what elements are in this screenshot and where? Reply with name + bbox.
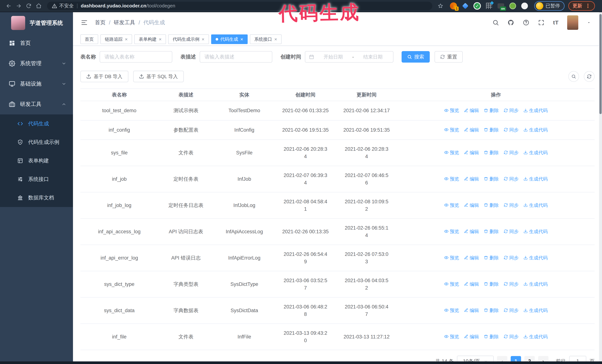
search-icon[interactable] <box>492 19 499 26</box>
row-action-link[interactable]: 编辑 <box>464 228 479 235</box>
row-action-link[interactable]: 预览 <box>444 175 459 183</box>
sidebar-subitem-1[interactable]: 代码生成示例 <box>0 133 73 151</box>
refresh-table-button[interactable] <box>584 71 595 82</box>
update-button[interactable]: 更新 ⋮ <box>568 1 595 11</box>
row-action-link[interactable]: 编辑 <box>464 280 479 288</box>
tab-1[interactable]: 链路追踪× <box>100 34 132 44</box>
forward-button[interactable] <box>14 2 23 10</box>
row-action-link[interactable]: 删除 <box>484 254 499 261</box>
date-range-picker[interactable]: 开始日期 - 结束日期 <box>305 51 393 62</box>
row-action-link[interactable]: 编辑 <box>464 333 479 340</box>
generate-code-link[interactable]: 生成代码 <box>524 254 548 261</box>
row-action-link[interactable]: 同步 <box>504 307 519 314</box>
row-action-link[interactable]: 预览 <box>444 201 459 209</box>
font-size-icon[interactable]: tT <box>553 20 559 26</box>
table-desc-input[interactable] <box>200 51 272 62</box>
row-action-link[interactable]: 预览 <box>444 254 459 261</box>
overflow-menu-icon[interactable]: ⋮ <box>585 3 591 9</box>
row-action-link[interactable]: 同步 <box>504 228 519 235</box>
sidebar-item-0[interactable]: 首页 <box>0 33 73 53</box>
row-action-link[interactable]: 编辑 <box>464 201 479 209</box>
row-action-link[interactable]: 编辑 <box>464 175 479 183</box>
generate-code-link[interactable]: 生成代码 <box>524 228 548 235</box>
row-action-link[interactable]: 编辑 <box>464 149 479 156</box>
extension-puzzle-icon[interactable] <box>520 2 529 10</box>
generate-code-link[interactable]: 生成代码 <box>524 307 548 314</box>
generate-code-link[interactable]: 生成代码 <box>524 107 548 114</box>
close-icon[interactable]: × <box>159 37 161 42</box>
row-action-link[interactable]: 同步 <box>504 175 519 183</box>
extension-check-icon[interactable] <box>473 2 481 10</box>
generate-code-link[interactable]: 生成代码 <box>524 201 548 209</box>
row-action-link[interactable]: 同步 <box>504 280 519 288</box>
tab-3[interactable]: 代码生成示例× <box>168 34 209 44</box>
row-action-link[interactable]: 删除 <box>484 175 499 183</box>
row-action-link[interactable]: 删除 <box>484 228 499 235</box>
row-action-link[interactable]: 同步 <box>504 149 519 156</box>
tab-0[interactable]: 首页 <box>80 34 98 44</box>
generate-code-link[interactable]: 生成代码 <box>524 280 548 288</box>
address-bar[interactable]: 不安全 dashboard.yudao.iocoder.cn/tool/code… <box>47 2 432 10</box>
extension-grid-icon[interactable] <box>485 2 493 10</box>
row-action-link[interactable]: 预览 <box>444 228 459 235</box>
row-action-link[interactable]: 删除 <box>484 149 499 156</box>
breadcrumb-item-1[interactable]: 研发工具 <box>114 19 135 26</box>
row-action-link[interactable]: 删除 <box>484 307 499 314</box>
tab-2[interactable]: 表单构建× <box>134 34 166 44</box>
sidebar-item-2[interactable]: 基础设施 <box>0 74 73 94</box>
extension-orange-icon[interactable]: 1 <box>449 2 458 10</box>
sidebar-subitem-2[interactable]: 表单构建 <box>0 151 73 170</box>
user-avatar[interactable] <box>567 15 578 30</box>
tab-5[interactable]: 系统接口× <box>250 34 281 44</box>
close-icon[interactable]: × <box>125 37 128 42</box>
tab-4[interactable]: 代码生成× <box>211 34 248 44</box>
row-action-link[interactable]: 删除 <box>484 280 499 288</box>
row-action-link[interactable]: 预览 <box>444 333 459 340</box>
breadcrumb-item-0[interactable]: 首页 <box>95 19 106 26</box>
generate-code-link[interactable]: 生成代码 <box>524 126 548 134</box>
row-action-link[interactable]: 同步 <box>504 201 519 209</box>
row-action-link[interactable]: 编辑 <box>464 254 479 261</box>
sidebar-subitem-0[interactable]: 代码生成 <box>0 114 73 133</box>
caret-down-icon[interactable] <box>587 21 591 25</box>
row-action-link[interactable]: 删除 <box>484 333 499 340</box>
back-button[interactable] <box>4 2 13 10</box>
reload-button[interactable] <box>24 2 33 10</box>
import-sql-button[interactable]: 基于 SQL 导入 <box>133 71 184 82</box>
row-action-link[interactable]: 同步 <box>504 107 519 114</box>
close-icon[interactable]: × <box>202 37 204 42</box>
row-action-link[interactable]: 删除 <box>484 126 499 134</box>
row-action-link[interactable]: 删除 <box>484 107 499 114</box>
row-action-link[interactable]: 同步 <box>504 126 519 134</box>
extension-on-icon[interactable]: on <box>497 2 505 10</box>
date-end-placeholder[interactable]: 结束日期 <box>356 54 389 60</box>
fullscreen-icon[interactable] <box>538 19 545 26</box>
row-action-link[interactable]: 预览 <box>444 107 459 114</box>
close-icon[interactable]: × <box>240 37 243 42</box>
date-start-placeholder[interactable]: 开始日期 <box>317 54 350 60</box>
row-action-link[interactable]: 预览 <box>444 307 459 314</box>
scrollbar-thumb[interactable] <box>599 14 602 114</box>
search-button[interactable]: 搜索 <box>402 51 430 62</box>
row-action-link[interactable]: 同步 <box>504 333 519 340</box>
close-icon[interactable]: × <box>274 37 277 42</box>
table-name-input[interactable] <box>100 51 172 62</box>
profile-chip[interactable]: 已暂停 <box>534 1 565 11</box>
generate-code-link[interactable]: 生成代码 <box>524 149 548 156</box>
home-button[interactable] <box>34 2 43 10</box>
toggle-search-button[interactable] <box>568 71 579 82</box>
sidebar-logo-row[interactable]: 芋道管理系统 <box>0 12 73 33</box>
generate-code-link[interactable]: 生成代码 <box>524 175 548 183</box>
github-icon[interactable] <box>507 19 514 26</box>
bookmark-star-icon[interactable] <box>436 2 445 10</box>
extension-green-icon[interactable] <box>509 2 517 10</box>
hamburger-icon[interactable] <box>80 19 88 26</box>
row-action-link[interactable]: 预览 <box>444 280 459 288</box>
sidebar-item-1[interactable]: 系统管理 <box>0 53 73 74</box>
import-db-button[interactable]: 基于 DB 导入 <box>80 71 128 82</box>
row-action-link[interactable]: 预览 <box>444 126 459 134</box>
row-action-link[interactable]: 编辑 <box>464 107 479 114</box>
row-action-link[interactable]: 编辑 <box>464 307 479 314</box>
row-action-link[interactable]: 预览 <box>444 149 459 156</box>
row-action-link[interactable]: 编辑 <box>464 126 479 134</box>
